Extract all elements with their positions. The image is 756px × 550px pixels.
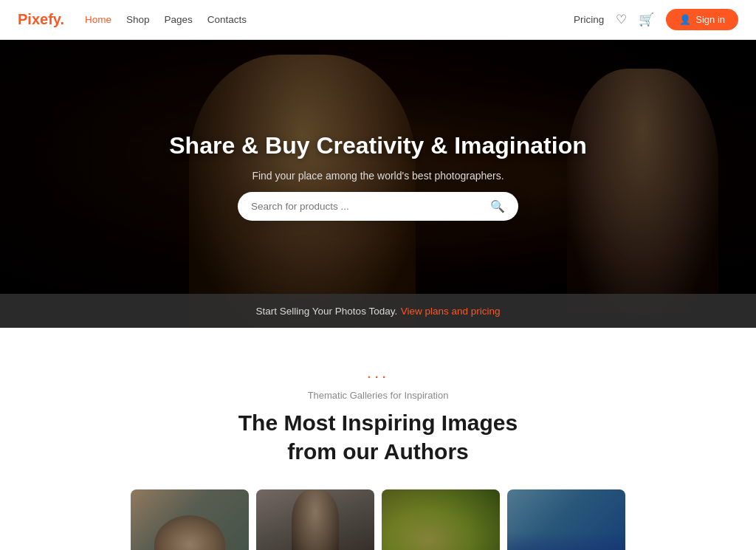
family-card-overlay <box>131 489 249 550</box>
gallery-section: ... Thematic Galleries for Inspiration T… <box>0 328 756 550</box>
signin-button[interactable]: 👤 Sign in <box>666 9 738 30</box>
navbar-left: Pixefy. Home Shop Pages Contacts <box>18 11 247 28</box>
hero-search-bar[interactable]: 🔍 <box>238 192 518 221</box>
search-icon[interactable]: 🔍 <box>490 199 505 213</box>
nav-home[interactable]: Home <box>85 14 111 25</box>
hero-subtitle: Find your place among the world's best p… <box>252 170 504 182</box>
section-dots: ... <box>18 363 738 382</box>
hero-content: Share & Buy Creativity & Imagination Fin… <box>0 40 756 328</box>
nav-shop[interactable]: Shop <box>126 14 150 25</box>
hero-bottom-bar: Start Selling Your Photos Today. View pl… <box>0 294 756 328</box>
search-input[interactable] <box>251 201 483 212</box>
logo-dot: . <box>60 11 64 27</box>
hero-title: Share & Buy Creativity & Imagination <box>169 132 586 159</box>
gallery-card-travel[interactable]: Travel <box>507 489 625 550</box>
section-tagline: Thematic Galleries for Inspiration <box>18 390 738 401</box>
nature-card-overlay <box>382 489 500 550</box>
navbar: Pixefy. Home Shop Pages Contacts Pricing… <box>0 0 756 40</box>
gallery-card-nature[interactable]: Nature <box>382 489 500 550</box>
heart-icon: ♡ <box>616 13 627 27</box>
cart-icon: 🛒 <box>639 13 654 27</box>
gallery-grid: Family Fashion Nature Travel <box>18 489 738 550</box>
nav-links: Home Shop Pages Contacts <box>85 14 247 25</box>
signin-label: Sign in <box>695 14 725 25</box>
user-icon: 👤 <box>679 14 691 25</box>
view-plans-link[interactable]: View plans and pricing <box>401 306 501 317</box>
fashion-card-overlay <box>256 489 374 550</box>
section-title: The Most Inspiring Images from our Autho… <box>18 408 738 466</box>
navbar-right: Pricing ♡ 🛒 👤 Sign in <box>574 9 738 30</box>
hero-section: Share & Buy Creativity & Imagination Fin… <box>0 40 756 328</box>
nav-contacts[interactable]: Contacts <box>207 14 247 25</box>
logo-text: Pixefy <box>18 11 60 27</box>
pricing-link[interactable]: Pricing <box>574 14 604 25</box>
gallery-card-family[interactable]: Family <box>131 489 249 550</box>
logo[interactable]: Pixefy. <box>18 11 64 28</box>
nav-pages[interactable]: Pages <box>165 14 193 25</box>
travel-card-overlay <box>507 489 625 550</box>
gallery-card-fashion[interactable]: Fashion <box>256 489 374 550</box>
hero-selling-text: Start Selling Your Photos Today. <box>256 306 398 317</box>
cart-button[interactable]: 🛒 <box>639 12 654 27</box>
wishlist-button[interactable]: ♡ <box>616 12 627 27</box>
